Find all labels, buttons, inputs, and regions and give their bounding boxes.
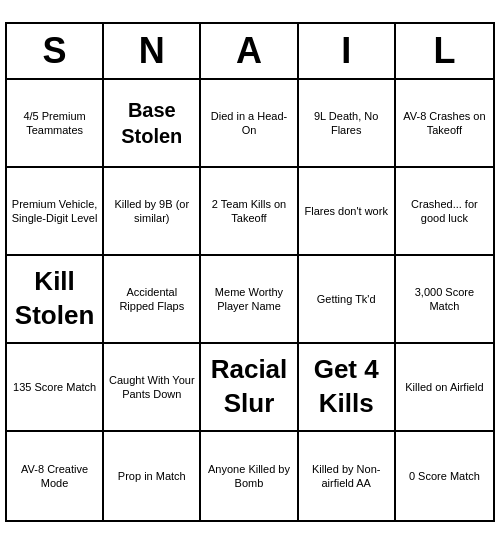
bingo-cell-3[interactable]: 9L Death, No Flares — [299, 80, 396, 168]
bingo-cell-12[interactable]: Meme Worthy Player Name — [201, 256, 298, 344]
bingo-cell-24[interactable]: 0 Score Match — [396, 432, 493, 520]
bingo-cell-22[interactable]: Anyone Killed by Bomb — [201, 432, 298, 520]
bingo-cell-7[interactable]: 2 Team Kills on Takeoff — [201, 168, 298, 256]
header-s: S — [7, 24, 104, 78]
bingo-cell-1[interactable]: Base Stolen — [104, 80, 201, 168]
header-i: I — [299, 24, 396, 78]
bingo-card: S N A I L 4/5 Premium TeammatesBase Stol… — [5, 22, 495, 522]
header-a: A — [201, 24, 298, 78]
bingo-header: S N A I L — [7, 24, 493, 80]
bingo-cell-21[interactable]: Prop in Match — [104, 432, 201, 520]
bingo-cell-11[interactable]: Accidental Ripped Flaps — [104, 256, 201, 344]
bingo-cell-20[interactable]: AV-8 Creative Mode — [7, 432, 104, 520]
bingo-cell-8[interactable]: Flares don't work — [299, 168, 396, 256]
bingo-cell-16[interactable]: Caught With Your Pants Down — [104, 344, 201, 432]
bingo-cell-2[interactable]: Died in a Head-On — [201, 80, 298, 168]
bingo-cell-0[interactable]: 4/5 Premium Teammates — [7, 80, 104, 168]
bingo-cell-19[interactable]: Killed on Airfield — [396, 344, 493, 432]
bingo-cell-13[interactable]: Getting Tk'd — [299, 256, 396, 344]
bingo-cell-23[interactable]: Killed by Non-airfield AA — [299, 432, 396, 520]
bingo-cell-6[interactable]: Killed by 9B (or similar) — [104, 168, 201, 256]
bingo-cell-15[interactable]: 135 Score Match — [7, 344, 104, 432]
bingo-cell-18[interactable]: Get 4 Kills — [299, 344, 396, 432]
bingo-cell-14[interactable]: 3,000 Score Match — [396, 256, 493, 344]
header-l: L — [396, 24, 493, 78]
bingo-cell-17[interactable]: Racial Slur — [201, 344, 298, 432]
bingo-cell-4[interactable]: AV-8 Crashes on Takeoff — [396, 80, 493, 168]
bingo-cell-5[interactable]: Premium Vehicle, Single-Digit Level — [7, 168, 104, 256]
bingo-cell-9[interactable]: Crashed... for good luck — [396, 168, 493, 256]
bingo-cell-10[interactable]: Kill Stolen — [7, 256, 104, 344]
bingo-grid: 4/5 Premium TeammatesBase StolenDied in … — [7, 80, 493, 520]
header-n: N — [104, 24, 201, 78]
